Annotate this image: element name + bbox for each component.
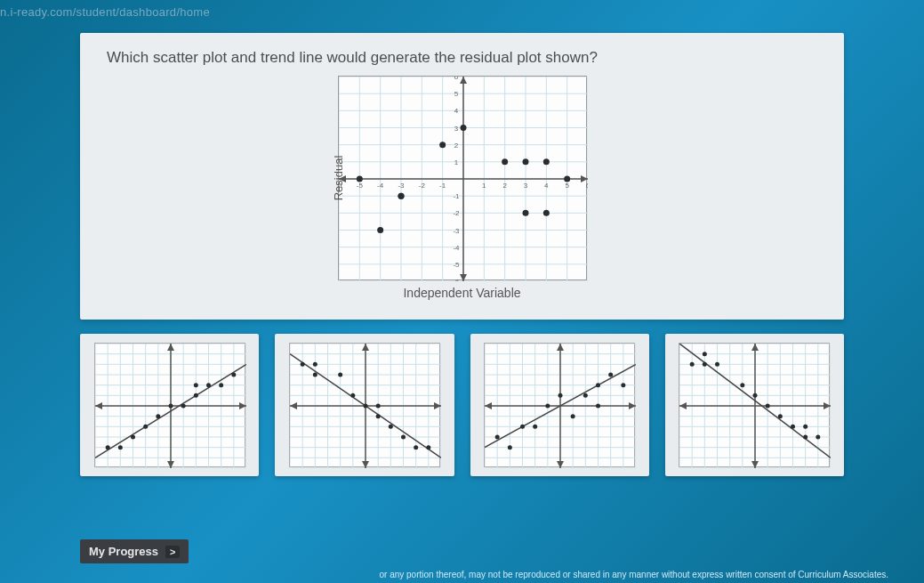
svg-point-176	[508, 445, 512, 449]
svg-point-138	[350, 393, 355, 398]
svg-point-136	[313, 373, 317, 377]
svg-point-179	[545, 404, 550, 409]
mini-plot-a	[95, 344, 246, 468]
svg-point-182	[583, 393, 588, 398]
svg-point-93	[105, 445, 109, 449]
svg-text:-1: -1	[439, 182, 446, 190]
svg-point-145	[426, 445, 430, 449]
svg-point-58	[502, 158, 508, 165]
svg-text:1: 1	[482, 182, 486, 190]
question-card: Which scatter plot and trend line would …	[80, 33, 844, 320]
svg-text:2: 2	[454, 142, 458, 150]
svg-point-60	[522, 210, 528, 216]
svg-point-175	[495, 435, 500, 440]
svg-point-55	[398, 193, 404, 199]
svg-point-139	[363, 404, 367, 409]
svg-text:-2: -2	[418, 182, 425, 190]
svg-point-56	[439, 142, 446, 148]
svg-point-177	[520, 425, 525, 429]
svg-point-224	[791, 425, 795, 429]
svg-text:4: 4	[544, 182, 549, 190]
svg-point-98	[168, 404, 173, 409]
svg-point-178	[533, 425, 537, 429]
svg-point-101	[193, 383, 197, 387]
y-axis-label: Residual	[331, 156, 344, 201]
answer-option-d[interactable]	[665, 334, 844, 476]
svg-point-62	[542, 210, 549, 216]
svg-text:3: 3	[454, 125, 458, 133]
svg-text:-4: -4	[377, 182, 384, 190]
svg-text:3: 3	[523, 182, 527, 190]
svg-point-184	[596, 404, 600, 409]
mini-plot-d	[679, 344, 831, 468]
svg-point-181	[571, 414, 575, 418]
svg-point-103	[219, 383, 223, 387]
svg-point-220	[741, 383, 745, 387]
svg-point-57	[460, 125, 466, 131]
svg-point-59	[522, 158, 528, 165]
mini-plot-c	[485, 344, 636, 468]
svg-point-223	[778, 414, 783, 418]
svg-point-53	[377, 227, 383, 233]
question-text: Which scatter plot and trend line would …	[107, 49, 817, 67]
svg-text:2: 2	[502, 182, 507, 190]
svg-point-226	[804, 435, 808, 440]
svg-point-141	[376, 414, 381, 418]
mini-plot-b	[290, 344, 441, 468]
my-progress-button[interactable]: My Progress >	[80, 539, 189, 563]
svg-text:-6: -6	[453, 278, 460, 281]
svg-text:-2: -2	[453, 209, 460, 217]
footer-copyright: or any portion thereof, may not be repro…	[379, 570, 888, 579]
svg-text:-3: -3	[453, 227, 460, 235]
svg-text:4: 4	[454, 107, 458, 115]
svg-point-100	[193, 393, 197, 398]
svg-point-218	[703, 362, 707, 367]
svg-point-137	[338, 373, 342, 377]
my-progress-label: My Progress	[89, 545, 158, 558]
chevron-right-icon: >	[165, 546, 180, 558]
svg-point-104	[231, 373, 236, 377]
svg-point-61	[542, 158, 549, 165]
svg-point-217	[703, 352, 707, 356]
residual-plot-svg: -6-5-4-3-2-1123456-6-5-4-3-2-1123456	[339, 77, 588, 281]
svg-point-134	[301, 362, 305, 367]
svg-point-144	[414, 445, 418, 449]
x-axis-label: Independent Variable	[403, 286, 520, 300]
svg-point-143	[401, 435, 406, 440]
residual-plot: Residual -6-5-4-3-2-1123456-6-5-4-3-2-11…	[338, 76, 587, 280]
svg-point-102	[206, 383, 211, 387]
svg-point-225	[804, 425, 808, 429]
svg-point-99	[181, 404, 185, 409]
svg-point-180	[558, 393, 563, 398]
svg-point-142	[389, 425, 393, 429]
url-bar: n.i-ready.com/student/dashboard/home	[0, 0, 924, 24]
svg-point-135	[313, 362, 317, 367]
svg-point-140	[376, 404, 381, 409]
svg-point-219	[715, 362, 719, 367]
residual-plot-wrap: Residual -6-5-4-3-2-1123456-6-5-4-3-2-11…	[107, 76, 817, 300]
svg-text:-4: -4	[453, 244, 460, 252]
svg-point-227	[816, 435, 821, 440]
svg-point-186	[621, 383, 625, 387]
svg-point-216	[690, 362, 695, 367]
answer-option-a[interactable]	[80, 334, 259, 476]
answer-option-b[interactable]	[275, 334, 454, 476]
svg-point-96	[143, 425, 148, 429]
answer-option-c[interactable]	[470, 334, 649, 476]
svg-text:-3: -3	[398, 182, 405, 190]
svg-text:5: 5	[565, 182, 569, 190]
svg-text:-5: -5	[356, 182, 363, 190]
svg-text:1: 1	[454, 158, 458, 166]
answers-row	[80, 334, 844, 476]
svg-text:-5: -5	[453, 261, 460, 269]
svg-point-185	[608, 373, 613, 377]
svg-point-52	[356, 176, 362, 182]
svg-text:6: 6	[454, 77, 458, 81]
svg-text:-1: -1	[453, 192, 460, 200]
svg-point-222	[766, 404, 770, 409]
svg-text:6: 6	[585, 182, 587, 190]
svg-point-95	[131, 435, 135, 440]
svg-point-97	[156, 414, 160, 418]
svg-point-94	[117, 445, 122, 449]
svg-point-63	[564, 176, 570, 182]
